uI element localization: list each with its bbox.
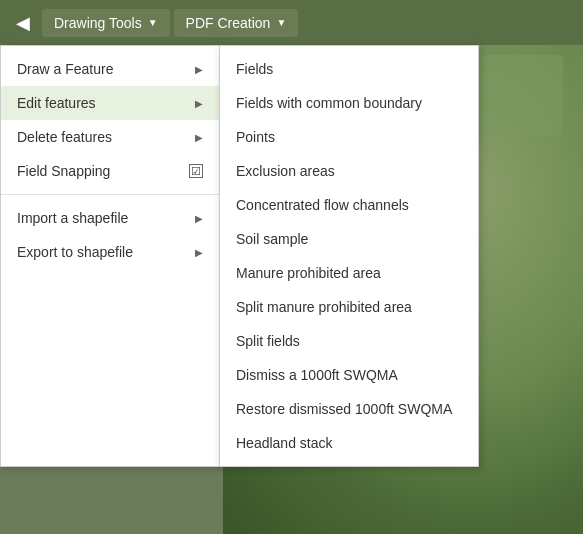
dismiss-swqma-label: Dismiss a 1000ft SWQMA <box>236 367 398 383</box>
submenu-item-soil-sample[interactable]: Soil sample <box>220 222 478 256</box>
draw-feature-label: Draw a Feature <box>17 61 113 77</box>
submenu-item-concentrated-flow[interactable]: Concentrated flow channels <box>220 188 478 222</box>
edit-features-chevron: ▶ <box>195 98 203 109</box>
concentrated-flow-label: Concentrated flow channels <box>236 197 409 213</box>
pdf-creation-label: PDF Creation <box>186 15 271 31</box>
pdf-creation-button[interactable]: PDF Creation ▼ <box>174 9 299 37</box>
delete-features-chevron: ▶ <box>195 132 203 143</box>
menu-item-edit-features[interactable]: Edit features ▶ <box>1 86 219 120</box>
menu-item-field-snapping[interactable]: Field Snapping ☑ <box>1 154 219 188</box>
field-snapping-label: Field Snapping <box>17 163 110 179</box>
toolbar: ◀ Drawing Tools ▼ PDF Creation ▼ <box>0 0 583 45</box>
export-shapefile-chevron: ▶ <box>195 247 203 258</box>
submenu-item-points[interactable]: Points <box>220 120 478 154</box>
submenu-item-exclusion-areas[interactable]: Exclusion areas <box>220 154 478 188</box>
field-snapping-checkbox[interactable]: ☑ <box>189 164 203 178</box>
drawing-tools-arrow: ▼ <box>148 17 158 28</box>
drawing-tools-button[interactable]: Drawing Tools ▼ <box>42 9 170 37</box>
soil-sample-label: Soil sample <box>236 231 308 247</box>
restore-swqma-label: Restore dismissed 1000ft SWQMA <box>236 401 452 417</box>
split-fields-label: Split fields <box>236 333 300 349</box>
submenu-item-headland-stack[interactable]: Headland stack <box>220 426 478 460</box>
export-shapefile-label: Export to shapefile <box>17 244 133 260</box>
import-shapefile-label: Import a shapefile <box>17 210 128 226</box>
exclusion-areas-label: Exclusion areas <box>236 163 335 179</box>
import-shapefile-chevron: ▶ <box>195 213 203 224</box>
secondary-menu: Fields Fields with common boundary Point… <box>219 45 479 467</box>
drawing-tools-label: Drawing Tools <box>54 15 142 31</box>
submenu-item-restore-swqma[interactable]: Restore dismissed 1000ft SWQMA <box>220 392 478 426</box>
dropdown-container: Draw a Feature ▶ Edit features ▶ Delete … <box>0 45 479 467</box>
pdf-creation-arrow: ▼ <box>276 17 286 28</box>
submenu-item-split-manure-prohibited[interactable]: Split manure prohibited area <box>220 290 478 324</box>
sidebar-toggle-button[interactable]: ◀ <box>8 8 38 38</box>
submenu-item-dismiss-swqma[interactable]: Dismiss a 1000ft SWQMA <box>220 358 478 392</box>
menu-item-draw-feature[interactable]: Draw a Feature ▶ <box>1 52 219 86</box>
delete-features-label: Delete features <box>17 129 112 145</box>
edit-features-label: Edit features <box>17 95 96 111</box>
submenu-item-fields-common-boundary[interactable]: Fields with common boundary <box>220 86 478 120</box>
fields-label: Fields <box>236 61 273 77</box>
menu-item-export-shapefile[interactable]: Export to shapefile ▶ <box>1 235 219 269</box>
submenu-item-manure-prohibited[interactable]: Manure prohibited area <box>220 256 478 290</box>
submenu-item-split-fields[interactable]: Split fields <box>220 324 478 358</box>
split-manure-prohibited-label: Split manure prohibited area <box>236 299 412 315</box>
draw-feature-chevron: ▶ <box>195 64 203 75</box>
menu-divider <box>1 194 219 195</box>
manure-prohibited-label: Manure prohibited area <box>236 265 381 281</box>
fields-common-boundary-label: Fields with common boundary <box>236 95 422 111</box>
menu-item-import-shapefile[interactable]: Import a shapefile ▶ <box>1 201 219 235</box>
primary-menu: Draw a Feature ▶ Edit features ▶ Delete … <box>0 45 220 467</box>
submenu-item-fields[interactable]: Fields <box>220 52 478 86</box>
headland-stack-label: Headland stack <box>236 435 333 451</box>
menu-item-delete-features[interactable]: Delete features ▶ <box>1 120 219 154</box>
points-label: Points <box>236 129 275 145</box>
